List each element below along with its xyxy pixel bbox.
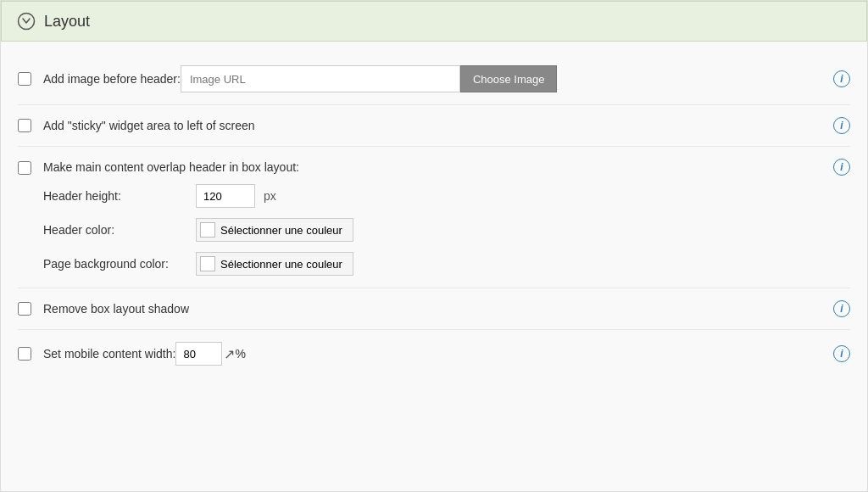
header-color-button[interactable]: Sélectionner une couleur	[196, 218, 353, 242]
add-image-label: Add image before header:	[43, 72, 181, 86]
overlap-header-row: Make main content overlap header in box …	[18, 147, 850, 288]
mobile-width-row: Set mobile content width: ↗ % i	[18, 330, 850, 377]
overlap-header-top: Make main content overlap header in box …	[18, 159, 850, 176]
header-height-input[interactable]	[196, 184, 255, 208]
bg-color-row: Page background color: Sélectionner une …	[43, 252, 850, 276]
header-color-swatch	[200, 222, 215, 238]
header-height-label: Header height:	[43, 189, 187, 203]
sticky-widget-info-icon[interactable]: i	[833, 117, 850, 134]
sticky-widget-row: Add "sticky" widget area to left of scre…	[18, 105, 850, 147]
header-height-row: Header height: px	[43, 184, 850, 208]
add-image-checkbox[interactable]	[18, 72, 31, 86]
add-image-row: Add image before header: Choose Image i	[18, 53, 850, 105]
section-header: Layout	[1, 1, 867, 42]
header-color-btn-label: Sélectionner une couleur	[220, 224, 342, 237]
overlap-header-checkbox[interactable]	[18, 161, 31, 175]
mobile-width-checkbox[interactable]	[18, 347, 31, 361]
sticky-widget-label: Add "sticky" widget area to left of scre…	[43, 119, 255, 132]
overlap-header-label: Make main content overlap header in box …	[43, 160, 299, 174]
sticky-widget-checkbox[interactable]	[18, 119, 31, 132]
px-label: px	[264, 189, 276, 203]
bg-color-button[interactable]: Sélectionner une couleur	[196, 252, 353, 276]
spinner-icon[interactable]: ↗	[224, 346, 235, 362]
layout-icon	[17, 12, 36, 31]
remove-shadow-label: Remove box layout shadow	[43, 302, 189, 316]
add-image-info-icon[interactable]: i	[833, 70, 850, 87]
image-url-input[interactable]	[181, 65, 460, 92]
page-title: Layout	[44, 13, 90, 31]
svg-point-0	[19, 14, 35, 30]
header-color-label: Header color:	[43, 223, 187, 237]
overlap-header-info-icon[interactable]: i	[833, 159, 850, 176]
bg-color-btn-label: Sélectionner une couleur	[220, 258, 342, 271]
remove-shadow-row: Remove box layout shadow i	[18, 288, 850, 330]
bg-color-label: Page background color:	[43, 257, 187, 271]
remove-shadow-checkbox[interactable]	[18, 302, 31, 316]
remove-shadow-info-icon[interactable]: i	[833, 300, 850, 317]
mobile-width-label: Set mobile content width:	[43, 347, 175, 361]
content-area: Add image before header: Choose Image i …	[1, 45, 867, 386]
bg-color-swatch	[200, 256, 215, 271]
mobile-width-info-icon[interactable]: i	[833, 345, 850, 362]
percent-label: %	[235, 347, 245, 361]
header-color-row: Header color: Sélectionner une couleur	[43, 218, 850, 242]
choose-image-button[interactable]: Choose Image	[460, 65, 558, 92]
overlap-content: Header height: px Header color: Sélectio…	[43, 184, 850, 276]
mobile-width-input[interactable]	[175, 342, 222, 366]
